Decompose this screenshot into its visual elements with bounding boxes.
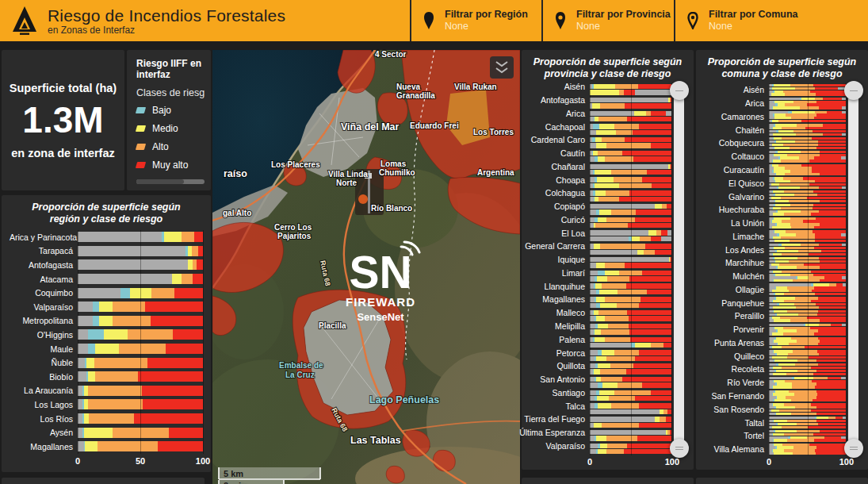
stacked-bar <box>769 144 846 146</box>
bar-track <box>78 386 203 396</box>
stacked-bar <box>769 313 846 316</box>
chart-group: San Rosendo <box>699 402 865 416</box>
stacked-bar <box>769 250 846 252</box>
chart-group: Villa Alemana <box>699 443 865 456</box>
satellite-map[interactable]: SN FIREWARD SenseNet 5 km 2 mi 4 SectorN… <box>212 50 520 484</box>
stacked-bar <box>590 369 671 374</box>
stacked-bar <box>78 259 203 270</box>
stacked-bar <box>590 111 671 116</box>
chart-group: Melipilla <box>525 323 690 336</box>
category-range-slider[interactable] <box>674 83 684 455</box>
category-label: Santiago <box>525 390 590 396</box>
stacked-bar <box>590 156 671 161</box>
stacked-bar <box>769 210 846 213</box>
map-place-label: gal Alto <box>223 209 251 217</box>
category-label: Curicó <box>525 217 590 223</box>
map-panel[interactable]: SN FIREWARD SenseNet 5 km 2 mi 4 SectorN… <box>212 50 520 484</box>
category-label: Curacautín <box>699 163 769 177</box>
bar-track <box>78 399 203 409</box>
stacked-bar <box>590 337 671 342</box>
stacked-bar <box>78 302 203 312</box>
category-label: Ollagüe <box>699 282 769 296</box>
chart-group: Palena <box>525 336 690 350</box>
legend-label: Muy alto <box>152 159 188 171</box>
slider-handle-bottom[interactable] <box>670 439 689 458</box>
map-place-label: La Cruz <box>285 371 315 379</box>
map-place-label: 4 Sector <box>375 50 407 59</box>
stacked-bar <box>769 207 846 209</box>
stacked-bar <box>78 329 203 340</box>
scrollbar-thumb[interactable] <box>136 179 184 184</box>
chart-group: Coltauco <box>699 150 865 163</box>
stacked-bar <box>590 356 671 361</box>
slider-handle-top[interactable] <box>670 81 689 100</box>
stacked-bar <box>769 101 846 103</box>
category-label: Huechuraba <box>699 203 769 217</box>
stacked-bar <box>769 356 846 359</box>
slider-handle-bottom[interactable] <box>844 439 863 458</box>
stacked-bar <box>769 279 846 282</box>
stacked-bar <box>590 98 671 102</box>
stacked-bar <box>590 209 671 214</box>
app-logo-icon <box>10 5 40 36</box>
map-pin-icon <box>423 12 435 29</box>
stacked-bar <box>78 316 203 326</box>
map-collapse-button[interactable] <box>490 56 514 79</box>
stacked-bar <box>769 183 846 186</box>
category-label: Camarones <box>699 110 769 124</box>
svg-text:2 mi: 2 mi <box>224 481 241 484</box>
filter-provincia[interactable]: Filtrar por Provincia None <box>541 0 674 41</box>
stacked-bar <box>78 288 203 298</box>
stacked-bar <box>590 444 671 448</box>
chart-row: Los Ríos <box>10 412 203 426</box>
filter-comuna-value: None <box>709 21 798 33</box>
stacked-bar <box>590 329 671 334</box>
filter-comuna[interactable]: Filtrar por Comuna None <box>674 0 868 41</box>
chart-group: Cautín <box>525 150 690 163</box>
filter-region[interactable]: Filtrar por Región None <box>410 0 541 41</box>
map-place-label: Granadilla <box>396 91 435 100</box>
chart-region-title: Proporción de superficie según región y … <box>10 195 203 229</box>
stacked-bar <box>769 386 846 388</box>
chart-group: Santiago <box>525 390 690 403</box>
stacked-bar <box>590 324 671 328</box>
stacked-bar <box>769 436 846 439</box>
legend-horizontal-scrollbar[interactable] <box>136 179 205 184</box>
stacked-bar <box>769 300 846 302</box>
stacked-bar <box>590 137 671 142</box>
stacked-bar <box>78 371 203 382</box>
stacked-bar <box>590 103 671 108</box>
category-label: Iquique <box>525 256 590 263</box>
chart-row: Metropolitana <box>10 314 203 328</box>
page-title: Riesgo de Incendios Forestales <box>48 6 285 25</box>
stacked-bar <box>590 343 671 348</box>
chart-group: Limache <box>699 229 865 243</box>
stacked-bar <box>590 223 671 228</box>
slider-handle-top[interactable] <box>844 81 863 100</box>
stacked-bar <box>769 293 846 295</box>
category-label: Ñuble <box>10 358 78 367</box>
category-label: Llanquihue <box>525 282 590 289</box>
axis-tick-label: 0 <box>587 457 592 467</box>
category-label: Cachapoal <box>525 123 590 129</box>
stacked-bar <box>590 409 671 414</box>
chart-group: Cardenal Caro <box>525 136 690 150</box>
stacked-bar <box>590 316 671 321</box>
stacked-bar <box>769 332 846 335</box>
chart-row: Maule <box>10 342 203 356</box>
stacked-bar <box>590 197 671 202</box>
stacked-bar <box>769 113 846 116</box>
legend-swatch <box>136 107 146 113</box>
chart-row: Aysén <box>10 425 203 440</box>
stacked-bar <box>769 403 846 405</box>
kpi-caption: en zona de interfaz <box>11 147 115 159</box>
stacked-bar <box>769 137 846 140</box>
legend-item: Bajo <box>136 105 205 116</box>
stacked-bar <box>590 382 671 387</box>
page-subtitle: en Zonas de Interfaz <box>48 25 285 36</box>
map-place-label: Eduardo Frei <box>410 121 459 130</box>
chart-provincia: Proporción de superficie según provincia… <box>522 50 694 470</box>
stacked-bar <box>590 290 671 294</box>
chart-provincia-title: Proporción de superficie según provincia… <box>525 50 690 83</box>
category-range-slider[interactable] <box>848 83 858 455</box>
